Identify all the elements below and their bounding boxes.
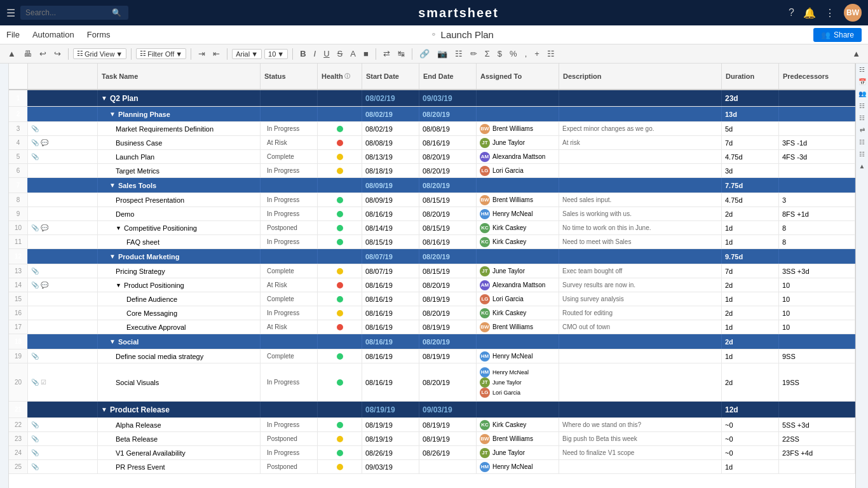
assignee-cell[interactable]: BW Brent Williams xyxy=(477,193,559,207)
assignee-cell[interactable]: KC Kirk Caskey xyxy=(477,235,559,248)
col-health[interactable]: Health ⓘ xyxy=(318,64,362,89)
status-cell[interactable]: In Progress xyxy=(261,446,318,459)
indent-btn[interactable]: ⇥ xyxy=(196,48,208,60)
status-cell[interactable]: Complete xyxy=(261,292,318,306)
image-btn[interactable]: 📷 xyxy=(435,48,450,60)
startdate-cell[interactable]: 08/15/19 xyxy=(362,235,419,248)
predecessors-cell[interactable]: 10 xyxy=(779,306,855,320)
status-cell[interactable]: In Progress xyxy=(261,207,318,220)
undo-btn[interactable]: ↩ xyxy=(37,48,49,60)
task-name-cell[interactable]: V1 General Availability xyxy=(98,446,261,459)
col-assignedto[interactable]: Assigned To xyxy=(477,64,559,89)
startdate-cell[interactable]: 08/02/19 xyxy=(362,122,419,135)
status-cell[interactable]: In Progress xyxy=(261,193,318,207)
enddate-cell[interactable]: 08/16/19 xyxy=(419,235,477,248)
apps-icon[interactable]: ⋮ xyxy=(825,7,835,19)
enddate-cell[interactable]: 08/08/19 xyxy=(419,122,477,135)
collapse-icon[interactable]: ▼ xyxy=(109,338,116,345)
add-row-above-btn[interactable]: ▲ xyxy=(5,48,18,60)
status-cell[interactable]: In Progress xyxy=(261,306,318,320)
status-cell[interactable]: At Risk xyxy=(261,278,318,292)
enddate-cell[interactable]: 08/15/19 xyxy=(419,221,477,234)
duration-cell[interactable]: 1d xyxy=(722,349,779,363)
rs-icon-9[interactable]: ▲ xyxy=(859,163,865,170)
duration-cell[interactable]: 2d xyxy=(722,363,779,401)
table-row[interactable]: 19 📎 Define social media strategy Comple… xyxy=(9,349,855,363)
rs-icon-3[interactable]: 👥 xyxy=(858,90,866,97)
assignee-cell[interactable]: HM Henry McNeal JT June Taylor LG Lori G… xyxy=(477,363,559,401)
duration-cell[interactable]: 2d xyxy=(722,278,779,292)
startdate-cell[interactable]: 08/07/19 xyxy=(362,264,419,278)
table-row[interactable]: 11 FAQ sheet In Progress 08/15/19 08/16/… xyxy=(9,235,855,249)
task-name-cell[interactable]: PR Press Event xyxy=(98,460,261,473)
startdate-cell[interactable]: 08/09/19 xyxy=(362,193,419,207)
task-name-cell[interactable]: ▼ Planning Phase xyxy=(98,107,261,121)
inc-btn[interactable]: + xyxy=(532,48,542,60)
rs-icon-8[interactable]: ☷ xyxy=(859,151,865,158)
predecessors-cell[interactable]: 5SS +3d xyxy=(779,418,855,431)
enddate-cell[interactable]: 08/19/19 xyxy=(419,349,477,363)
predecessors-cell[interactable]: 10 xyxy=(779,320,855,334)
duration-cell[interactable]: ~0 xyxy=(722,432,779,445)
enddate-cell[interactable]: 08/19/19 xyxy=(419,418,477,431)
col-status[interactable]: Status xyxy=(261,64,318,89)
enddate-cell[interactable]: 08/26/19 xyxy=(419,446,477,459)
enddate-cell[interactable]: 08/15/19 xyxy=(419,193,477,207)
col-taskname[interactable]: Task Name xyxy=(98,64,261,89)
assignee-cell[interactable]: KC Kirk Caskey xyxy=(477,221,559,234)
assignee-cell[interactable]: AM Alexandra Mattson xyxy=(477,150,559,163)
search-box[interactable]: 🔍 xyxy=(20,6,128,20)
predecessors-cell[interactable]: 3SS +3d xyxy=(779,264,855,278)
currency-btn[interactable]: $ xyxy=(495,48,505,60)
rs-icon-4[interactable]: ☷ xyxy=(859,102,865,109)
table-row[interactable]: 9 Demo In Progress 08/16/19 08/20/19 HM … xyxy=(9,207,855,221)
assignee-cell[interactable]: BW Brent Williams xyxy=(477,432,559,445)
startdate-cell[interactable]: 08/16/19 xyxy=(362,278,419,292)
startdate-cell[interactable]: 08/16/19 xyxy=(362,320,419,334)
collapse-icon[interactable]: ▼ xyxy=(116,225,121,231)
rs-icon-7[interactable]: ☷ xyxy=(859,139,865,146)
startdate-cell[interactable]: 08/16/19 xyxy=(362,207,419,220)
collapse-icon[interactable]: ▼ xyxy=(101,406,107,413)
task-name-cell[interactable]: Pricing Strategy xyxy=(98,264,261,278)
enddate-cell[interactable]: 08/15/19 xyxy=(419,264,477,278)
assignee-cell[interactable]: JT June Taylor xyxy=(477,136,559,149)
table-row[interactable]: 4 📎💬 Business Case At Risk 08/08/19 08/1… xyxy=(9,136,855,150)
task-name-cell[interactable]: ▼ Product Positioning xyxy=(98,278,261,292)
enddate-cell[interactable]: 08/20/19 xyxy=(419,164,477,177)
duration-cell[interactable]: 2d xyxy=(722,306,779,320)
col-description[interactable]: Description xyxy=(559,64,722,89)
task-name-cell[interactable]: ▼ Product Marketing xyxy=(98,249,261,264)
status-cell[interactable]: In Progress xyxy=(261,122,318,135)
task-name-cell[interactable]: FAQ sheet xyxy=(98,235,261,248)
table-row[interactable]: 15 Define Audience Complete 08/16/19 08/… xyxy=(9,292,855,306)
strikethrough-btn[interactable]: S xyxy=(335,48,346,60)
file-menu[interactable]: File xyxy=(6,30,20,39)
link-btn[interactable]: 🔗 xyxy=(417,48,432,60)
hamburger-menu[interactable]: ☰ xyxy=(6,7,15,19)
collapse-icon[interactable]: ▼ xyxy=(109,111,116,118)
col-predecessors[interactable]: Predecessors xyxy=(779,64,855,89)
duration-cell[interactable]: 1d xyxy=(722,460,779,473)
duration-cell[interactable]: 3d xyxy=(722,164,779,177)
task-name-cell[interactable]: Business Case xyxy=(98,136,261,149)
fill-color-btn[interactable]: ■ xyxy=(361,48,371,60)
print-btn[interactable]: 🖶 xyxy=(21,48,34,60)
status-cell[interactable]: In Progress xyxy=(261,363,318,401)
predecessors-cell[interactable]: 8 xyxy=(779,235,855,248)
rs-icon-1[interactable]: ☷ xyxy=(859,66,865,73)
table-row[interactable]: 2 ▼ Planning Phase 08/02/19 08/20/19 13d xyxy=(9,107,855,122)
startdate-cell[interactable]: 08/18/19 xyxy=(362,164,419,177)
duration-cell[interactable]: 1d xyxy=(722,235,779,248)
task-name-cell[interactable]: Define social media strategy xyxy=(98,349,261,363)
enddate-cell[interactable]: 08/20/19 xyxy=(419,306,477,320)
enddate-cell[interactable]: 08/19/19 xyxy=(419,432,477,445)
predecessors-cell[interactable]: 8 xyxy=(779,221,855,234)
predecessors-cell[interactable]: 10 xyxy=(779,278,855,292)
predecessors-cell[interactable]: 10 xyxy=(779,292,855,306)
duration-cell[interactable]: 5d xyxy=(722,122,779,135)
redo-btn[interactable]: ↪ xyxy=(51,48,64,60)
dec-btn[interactable]: , xyxy=(522,48,530,60)
task-name-cell[interactable]: ▼ Product Release xyxy=(98,402,261,417)
table-row[interactable]: 5 📎 Launch Plan Complete 08/13/19 08/20/… xyxy=(9,150,855,164)
